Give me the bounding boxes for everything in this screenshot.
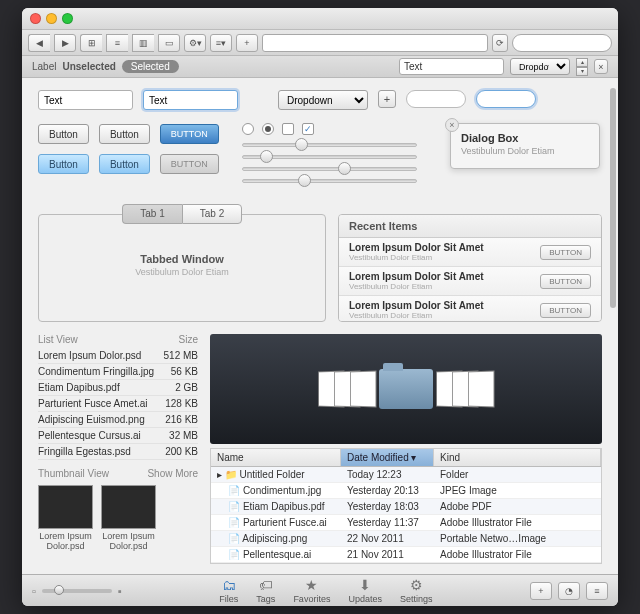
- list-row[interactable]: Etiam Dapibus.pdf2 GB: [38, 380, 198, 396]
- tab-1[interactable]: Tab 1: [122, 204, 182, 224]
- slider-1[interactable]: [242, 143, 417, 147]
- tab-settings[interactable]: ⚙Settings: [400, 578, 433, 604]
- download-icon: ⬇: [358, 578, 373, 593]
- recent-item-sub: Vestibulum Dolor Etiam: [349, 311, 484, 320]
- recent-item[interactable]: Lorem Ipsum Dolor Sit AmetVestibulum Dol…: [339, 267, 601, 296]
- dropdown-menu[interactable]: ≡▾: [210, 34, 232, 52]
- slider-2[interactable]: [242, 155, 417, 159]
- slider-3[interactable]: [242, 167, 417, 171]
- button-plain-2[interactable]: Button: [99, 124, 150, 144]
- recent-item[interactable]: Lorem Ipsum Dolor Sit AmetVestibulum Dol…: [339, 238, 601, 267]
- tab-favorites[interactable]: ★Favorites: [293, 578, 330, 604]
- zoom-icon[interactable]: [62, 13, 73, 24]
- recent-item-button[interactable]: BUTTON: [540, 274, 591, 289]
- zoom-slider[interactable]: [42, 589, 112, 593]
- recent-item-title: Lorem Ipsum Dolor Sit Amet: [349, 300, 484, 311]
- bottom-bar: ▫ ▪ 🗂Files 🏷Tags ★Favorites ⬇Updates ⚙Se…: [22, 574, 618, 606]
- button-gray[interactable]: BUTTON: [160, 154, 219, 174]
- close-icon[interactable]: ×: [594, 59, 608, 74]
- table-row[interactable]: 📄 Etiam Dapibus.pdfYesterday 18:03Adobe …: [211, 499, 601, 515]
- dialog-close-icon[interactable]: ×: [445, 118, 459, 132]
- plus-button[interactable]: +: [378, 90, 396, 108]
- list-row[interactable]: Pellentesque Cursus.ai32 MB: [38, 428, 198, 444]
- checkbox-1[interactable]: [282, 123, 294, 135]
- document-icon: [350, 371, 376, 408]
- forward-button[interactable]: ▶: [54, 34, 76, 52]
- table-row[interactable]: 📄 Adipiscing.png22 Nov 2011Portable Netw…: [211, 531, 601, 547]
- listview-header: List View: [38, 334, 78, 345]
- dialog-title: Dialog Box: [461, 132, 589, 144]
- gear-icon: ⚙: [409, 578, 424, 593]
- small-search-focused[interactable]: [476, 90, 536, 108]
- add-button[interactable]: +: [236, 34, 258, 52]
- thumbnail-header: Thumbnail View: [38, 468, 109, 479]
- list-row[interactable]: Adipiscing Euismod.png216 KB: [38, 412, 198, 428]
- tab-tags[interactable]: 🏷Tags: [256, 578, 275, 604]
- tab-2[interactable]: Tab 2: [182, 204, 242, 224]
- button-aqua-1[interactable]: Button: [38, 154, 89, 174]
- zoom-out-icon[interactable]: ▫: [32, 585, 36, 597]
- table-row[interactable]: 📄 Pellentesque.ai21 Nov 2011Adobe Illust…: [211, 547, 601, 563]
- unselected-label[interactable]: Unselected: [62, 61, 115, 72]
- view-icon-icon[interactable]: ⊞: [80, 34, 102, 52]
- app-window: ◀ ▶ ⊞ ≡ ▥ ▭ ⚙▾ ≡▾ + ⟳ Label Unselected S…: [22, 8, 618, 606]
- thumbnail-1[interactable]: Lorem Ipsum Dolor.psd: [38, 485, 93, 552]
- table-row[interactable]: ▸ 📁 Untitled FolderToday 12:23Folder: [211, 467, 601, 483]
- small-search[interactable]: [406, 90, 466, 108]
- table-row[interactable]: 📄 Condimentum.jpgYesterday 20:13JPEG Ima…: [211, 483, 601, 499]
- button-plain-1[interactable]: Button: [38, 124, 89, 144]
- list-row[interactable]: Condimentum Fringilla.jpg56 KB: [38, 364, 198, 380]
- back-button[interactable]: ◀: [28, 34, 50, 52]
- recent-item-button[interactable]: BUTTON: [540, 303, 591, 318]
- file-table: Name Date Modified ▾ Kind ▸ 📁 Untitled F…: [210, 448, 602, 564]
- tab-updates[interactable]: ⬇Updates: [348, 578, 382, 604]
- menu-icon[interactable]: ≡: [586, 582, 608, 600]
- table-row[interactable]: 📄 Parturient Fusce.aiYesterday 11:37Adob…: [211, 515, 601, 531]
- cover-flow-area: Name Date Modified ▾ Kind ▸ 📁 Untitled F…: [210, 334, 602, 564]
- view-cover-icon[interactable]: ▭: [158, 34, 180, 52]
- files-icon: 🗂: [221, 578, 236, 593]
- button-aqua-2[interactable]: Button: [99, 154, 150, 174]
- list-row[interactable]: Parturient Fusce Amet.ai128 KB: [38, 396, 198, 412]
- radio-2[interactable]: [262, 123, 274, 135]
- text-input-2[interactable]: [143, 90, 238, 110]
- label-dropdown[interactable]: Dropdown: [510, 58, 570, 75]
- col-name[interactable]: Name: [211, 449, 341, 466]
- list-row[interactable]: Fringilla Egestas.psd200 KB: [38, 444, 198, 460]
- checkbox-2[interactable]: ✓: [302, 123, 314, 135]
- sliders-area: ✓: [242, 123, 417, 183]
- stepper[interactable]: ▴▾: [576, 58, 588, 75]
- selected-pill[interactable]: Selected: [122, 60, 179, 73]
- button-blue[interactable]: BUTTON: [160, 124, 219, 144]
- address-bar[interactable]: [262, 34, 488, 52]
- recent-item-title: Lorem Ipsum Dolor Sit Amet: [349, 271, 484, 282]
- col-kind[interactable]: Kind: [434, 449, 601, 466]
- col-date-modified[interactable]: Date Modified ▾: [341, 449, 434, 466]
- reload-icon[interactable]: ⟳: [492, 34, 508, 52]
- slider-big[interactable]: [242, 179, 417, 183]
- dropdown-select[interactable]: Dropdown: [278, 90, 368, 110]
- zoom-in-icon[interactable]: ▪: [118, 585, 122, 597]
- scrollbar[interactable]: [610, 88, 616, 308]
- close-icon[interactable]: [30, 13, 41, 24]
- tab-files[interactable]: 🗂Files: [219, 578, 238, 604]
- add-button-bottom[interactable]: +: [530, 582, 552, 600]
- radio-1[interactable]: [242, 123, 254, 135]
- view-column-icon[interactable]: ▥: [132, 34, 154, 52]
- recent-item[interactable]: Lorem Ipsum Dolor Sit AmetVestibulum Dol…: [339, 296, 601, 322]
- show-more-link[interactable]: Show More: [147, 468, 198, 479]
- thumbnail-2[interactable]: Lorem Ipsum Dolor.psd: [101, 485, 156, 552]
- cover-flow[interactable]: [210, 334, 602, 444]
- label-text-input[interactable]: [399, 58, 504, 75]
- tabbed-window: Tab 1 Tab 2 Tabbed Window Vestibulum Dol…: [38, 214, 326, 322]
- search-input[interactable]: [512, 34, 612, 52]
- recent-item-title: Lorem Ipsum Dolor Sit Amet: [349, 242, 484, 253]
- minimize-icon[interactable]: [46, 13, 57, 24]
- pie-icon[interactable]: ◔: [558, 582, 580, 600]
- text-input-1[interactable]: [38, 90, 133, 110]
- recent-item-button[interactable]: BUTTON: [540, 245, 591, 260]
- recent-header: Recent Items: [339, 215, 601, 238]
- view-list-icon[interactable]: ≡: [106, 34, 128, 52]
- action-menu[interactable]: ⚙▾: [184, 34, 206, 52]
- list-row[interactable]: Lorem Ipsum Dolor.psd512 MB: [38, 348, 198, 364]
